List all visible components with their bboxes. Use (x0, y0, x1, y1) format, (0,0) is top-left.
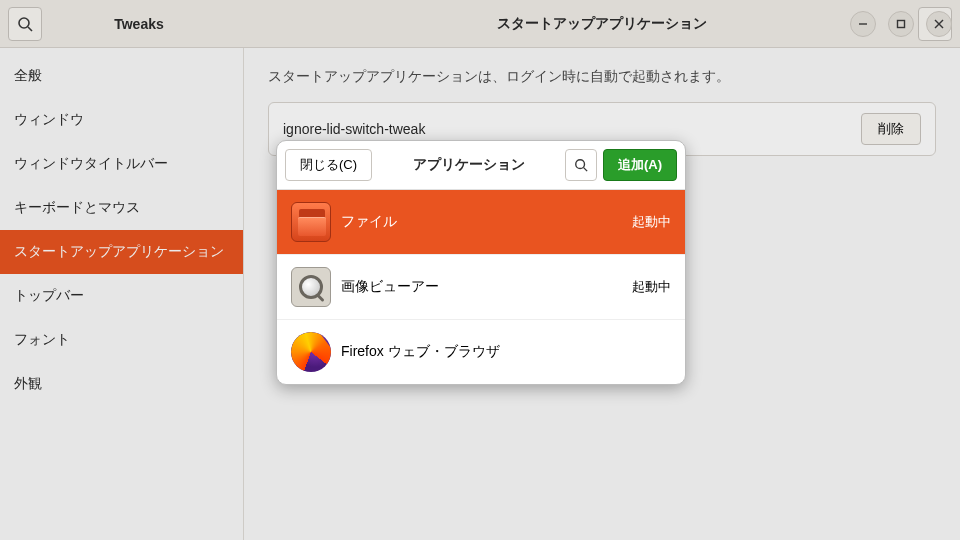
app-status: 起動中 (632, 278, 671, 296)
app-item-image-viewer[interactable]: 画像ビューアー 起動中 (277, 255, 685, 320)
app-label: ファイル (341, 213, 622, 231)
application-list: ファイル 起動中 画像ビューアー 起動中 Firefox ウェブ・ブラウザ (277, 190, 685, 384)
add-application-popover: 閉じる(C) アプリケーション 追加(A) ファイル 起動中 画像ビューアー 起… (276, 140, 686, 385)
app-label: Firefox ウェブ・ブラウザ (341, 343, 661, 361)
app-item-files[interactable]: ファイル 起動中 (277, 190, 685, 255)
image-viewer-icon (291, 267, 331, 307)
app-status: 起動中 (632, 213, 671, 231)
popover-header: 閉じる(C) アプリケーション 追加(A) (277, 141, 685, 190)
search-icon (574, 158, 588, 172)
popover-add-button[interactable]: 追加(A) (603, 149, 677, 181)
svg-line-10 (584, 168, 588, 172)
popover-title: アプリケーション (378, 156, 559, 174)
popover-close-button[interactable]: 閉じる(C) (285, 149, 372, 181)
files-icon (291, 202, 331, 242)
app-label: 画像ビューアー (341, 278, 622, 296)
app-item-firefox[interactable]: Firefox ウェブ・ブラウザ (277, 320, 685, 384)
popover-search-button[interactable] (565, 149, 597, 181)
svg-point-9 (576, 160, 585, 169)
firefox-icon (291, 332, 331, 372)
